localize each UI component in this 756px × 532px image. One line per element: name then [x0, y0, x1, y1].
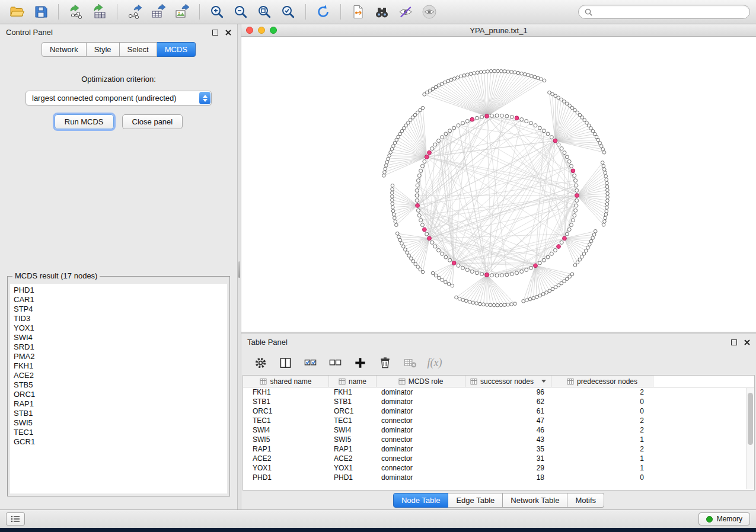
- table-row[interactable]: ACE2ACE2connector311: [243, 454, 754, 463]
- mcds-panel-body: Optimization criterion: largest connecte…: [0, 62, 237, 509]
- float-table-panel-icon[interactable]: [731, 339, 737, 345]
- import-network-button[interactable]: [65, 2, 87, 22]
- tab-motifs[interactable]: Motifs: [567, 493, 604, 508]
- table-cell: PHD1: [243, 473, 329, 482]
- export-image-button[interactable]: [171, 2, 193, 22]
- tab-edge-table[interactable]: Edge Table: [448, 493, 503, 508]
- tab-network[interactable]: Network: [42, 42, 87, 57]
- tab-node-table[interactable]: Node Table: [393, 493, 449, 508]
- network-canvas[interactable]: [241, 37, 756, 332]
- delete-column-button[interactable]: [374, 353, 395, 372]
- toolbar-separator: [199, 4, 200, 20]
- hide-selected-button[interactable]: [394, 2, 417, 22]
- delete-table-button[interactable]: [399, 353, 420, 372]
- tab-mcds[interactable]: MCDS: [157, 42, 196, 57]
- table-cell: RAP1: [243, 444, 329, 454]
- zoom-in-button[interactable]: [206, 2, 228, 22]
- minimize-window-icon[interactable]: [258, 27, 265, 34]
- zoom-selected-icon: [280, 4, 296, 20]
- mcds-result-item[interactable]: PMA2: [10, 352, 227, 361]
- mcds-result-item[interactable]: GCR1: [10, 437, 227, 447]
- column-header-shared-name[interactable]: shared name: [243, 376, 329, 387]
- tab-network-table[interactable]: Network Table: [503, 493, 567, 508]
- status-menu-button[interactable]: [6, 512, 25, 525]
- search-icon: [585, 8, 592, 16]
- table-cell: YOX1: [243, 463, 329, 473]
- table-cell: SWI4: [243, 425, 329, 435]
- function-builder-button[interactable]: f(x): [424, 353, 445, 372]
- table-cell: [653, 444, 754, 454]
- run-mcds-button[interactable]: Run MCDS: [55, 114, 114, 129]
- save-session-button[interactable]: [30, 2, 52, 22]
- column-header-successor-nodes[interactable]: successor nodes: [465, 376, 551, 387]
- network-window: YPA_prune.txt_1: [241, 24, 756, 332]
- import-table-button[interactable]: [88, 2, 111, 22]
- search-input[interactable]: [596, 8, 744, 16]
- table-row[interactable]: ORC1ORC1dominator610: [243, 406, 754, 416]
- mcds-result-item[interactable]: SWI4: [10, 333, 227, 342]
- float-panel-icon[interactable]: [212, 30, 218, 36]
- mcds-result-item[interactable]: STB1: [10, 409, 227, 418]
- close-panel-icon[interactable]: [225, 30, 231, 36]
- tab-select[interactable]: Select: [120, 42, 157, 57]
- mcds-result-item[interactable]: STB5: [10, 380, 227, 390]
- export-network-button[interactable]: [123, 2, 146, 22]
- tab-style[interactable]: Style: [87, 42, 120, 57]
- column-header-name[interactable]: name: [329, 376, 377, 387]
- show-columns-button[interactable]: [275, 353, 296, 372]
- column-type-icon: [339, 378, 346, 385]
- find-network-button[interactable]: [371, 2, 393, 22]
- mcds-result-item[interactable]: ACE2: [10, 371, 227, 380]
- show-all-button[interactable]: [418, 2, 441, 22]
- close-panel-button[interactable]: Close panel: [122, 114, 183, 129]
- mcds-result-item[interactable]: YOX1: [10, 323, 227, 333]
- create-column-button[interactable]: [349, 353, 371, 372]
- mcds-result-item[interactable]: SRD1: [10, 342, 227, 352]
- mcds-result-item[interactable]: STP4: [10, 305, 227, 314]
- mcds-result-item[interactable]: ORC1: [10, 390, 227, 399]
- select-all-columns-button[interactable]: [299, 353, 321, 372]
- table-cell: SWI5: [243, 435, 329, 444]
- mcds-result-item[interactable]: TEC1: [10, 428, 227, 437]
- table-row[interactable]: PHD1PHD1dominator180: [243, 473, 754, 482]
- table-cell: 61: [465, 406, 551, 416]
- zoom-fit-button[interactable]: [253, 2, 276, 22]
- refresh-layout-button[interactable]: [312, 2, 334, 22]
- maximize-window-icon[interactable]: [270, 27, 277, 34]
- table-row[interactable]: FKH1FKH1dominator962: [243, 387, 754, 397]
- table-row[interactable]: TEC1TEC1connector472: [243, 416, 754, 425]
- memory-button[interactable]: Memory: [698, 512, 750, 525]
- mcds-result-item[interactable]: TID3: [10, 314, 227, 323]
- column-type-icon: [470, 378, 477, 385]
- mcds-result-group: MCDS result (17 nodes) PHD1CAR1STP4TID3Y…: [7, 276, 230, 496]
- mcds-result-item[interactable]: RAP1: [10, 399, 227, 409]
- table-cell: 0: [551, 473, 653, 482]
- document-share-button[interactable]: [347, 2, 369, 22]
- panel-splitter[interactable]: [237, 24, 241, 509]
- mcds-result-item[interactable]: SWI5: [10, 418, 227, 428]
- table-scrollbar[interactable]: [746, 388, 754, 489]
- table-row[interactable]: SWI5SWI5connector431: [243, 435, 754, 444]
- deselect-all-columns-button[interactable]: [324, 353, 346, 372]
- close-table-panel-icon[interactable]: [744, 339, 750, 345]
- zoom-selected-button[interactable]: [277, 2, 299, 22]
- table-row[interactable]: RAP1RAP1dominator352: [243, 444, 754, 454]
- close-window-icon[interactable]: [246, 27, 253, 34]
- optimization-criterion-select[interactable]: largest connected component (undirected): [25, 91, 212, 105]
- scrollbar-thumb[interactable]: [748, 393, 753, 445]
- export-table-button[interactable]: [147, 2, 170, 22]
- table-cell: 1: [551, 463, 653, 473]
- table-cell: connector: [377, 416, 465, 425]
- table-row[interactable]: YOX1YOX1connector291: [243, 463, 754, 473]
- table-row[interactable]: STB1STB1dominator620: [243, 397, 754, 406]
- table-settings-button[interactable]: [250, 353, 271, 372]
- mcds-result-item[interactable]: PHD1: [10, 286, 227, 295]
- column-header-predecessor-nodes[interactable]: predecessor nodes: [551, 376, 653, 387]
- table-row[interactable]: SWI4SWI4dominator462: [243, 425, 754, 435]
- open-folder-button[interactable]: [6, 2, 28, 22]
- mcds-result-item[interactable]: FKH1: [10, 361, 227, 371]
- mcds-result-list[interactable]: PHD1CAR1STP4TID3YOX1SWI4SRD1PMA2FKH1ACE2…: [10, 284, 227, 493]
- mcds-result-item[interactable]: CAR1: [10, 295, 227, 305]
- zoom-out-button[interactable]: [229, 2, 252, 22]
- column-header-mcds-role[interactable]: MCDS role: [377, 376, 465, 387]
